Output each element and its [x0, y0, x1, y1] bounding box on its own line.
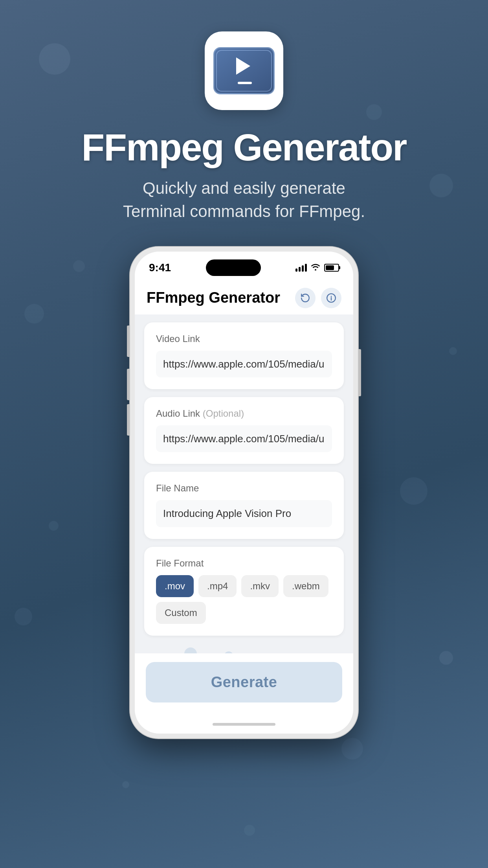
phone-screen: 9:41: [135, 252, 353, 734]
video-link-card: Video Link: [144, 322, 344, 389]
file-format-label: File Format: [156, 558, 332, 569]
status-time: 9:41: [149, 261, 171, 274]
spacer: [144, 644, 344, 645]
video-link-label: Video Link: [156, 333, 332, 344]
app-title: FFmpeg Generator: [82, 126, 407, 169]
format-option-webm[interactable]: .webm: [283, 575, 328, 597]
format-option-Custom[interactable]: Custom: [156, 602, 206, 624]
format-option-mov[interactable]: .mov: [156, 575, 194, 597]
dynamic-island: [206, 259, 261, 276]
header-buttons: [295, 288, 341, 308]
terminal-dash-icon: [238, 82, 252, 84]
wifi-icon: [311, 263, 320, 272]
home-bar: [213, 723, 275, 726]
audio-link-input[interactable]: [156, 425, 332, 452]
audio-link-card: Audio Link (Optional): [144, 397, 344, 464]
phone-mockup: 9:41: [130, 247, 358, 738]
home-indicator: [135, 718, 353, 734]
play-icon: [236, 57, 250, 75]
info-button[interactable]: [321, 288, 341, 308]
file-name-card: File Name: [144, 472, 344, 539]
audio-link-label: Audio Link (Optional): [156, 408, 332, 419]
battery-icon: [324, 264, 339, 272]
app-header: FFmpeg Generator: [135, 280, 353, 314]
file-name-label: File Name: [156, 483, 332, 494]
app-icon-inner: [213, 47, 275, 94]
format-options: .mov.mp4.mkv.webmCustom: [156, 575, 332, 624]
app-icon: [205, 31, 283, 110]
reset-icon: [300, 293, 310, 303]
status-bar: 9:41: [135, 252, 353, 280]
app-subtitle: Quickly and easily generate Terminal com…: [123, 177, 365, 223]
format-option-mkv[interactable]: .mkv: [241, 575, 279, 597]
signal-bars-icon: [295, 264, 307, 272]
info-icon: [326, 293, 336, 303]
status-icons: [295, 263, 339, 272]
generate-section: Generate: [135, 653, 353, 718]
file-format-card: File Format .mov.mp4.mkv.webmCustom: [144, 547, 344, 636]
file-name-input[interactable]: [156, 500, 332, 527]
header-section: FFmpeg Generator Quickly and easily gene…: [82, 0, 407, 223]
video-link-input[interactable]: [156, 351, 332, 377]
format-option-mp4[interactable]: .mp4: [198, 575, 237, 597]
generate-button[interactable]: Generate: [146, 662, 342, 702]
reset-button[interactable]: [295, 288, 316, 308]
scroll-content: Video Link Audio Link (Optional) File Na…: [135, 314, 353, 653]
phone-frame: 9:41: [130, 247, 358, 738]
app-header-title: FFmpeg Generator: [147, 289, 280, 306]
